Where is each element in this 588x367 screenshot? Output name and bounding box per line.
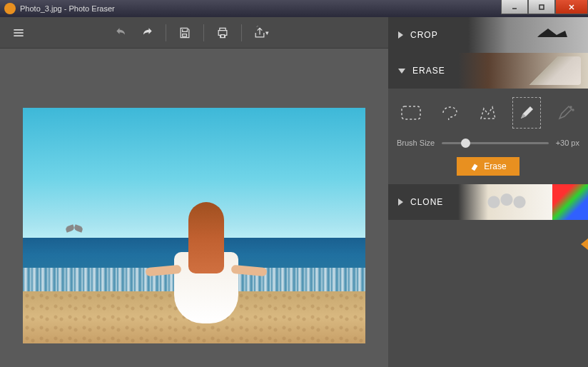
svg-rect-1 (539, 5, 544, 9)
window-title: Photo_3.jpg - Photo Eraser (20, 4, 115, 13)
panel-erase-label: ERASE (412, 66, 445, 76)
lasso-select-tool[interactable] (435, 97, 464, 129)
side-panel: CROP ERASE (388, 17, 588, 367)
erase-button-label: Erase (484, 161, 506, 171)
slider-thumb[interactable] (461, 139, 470, 148)
main-area: ▾ (0, 17, 388, 367)
undo-button[interactable] (111, 23, 131, 43)
svg-point-9 (572, 109, 574, 111)
brush-size-label: Brush Size (397, 139, 435, 147)
tool-row (397, 97, 579, 129)
brush-tool[interactable] (512, 97, 541, 129)
brush-size-slider[interactable] (442, 142, 548, 144)
eraser-icon (470, 161, 480, 171)
expand-tab[interactable] (581, 238, 588, 250)
photo-canvas[interactable] (23, 108, 365, 343)
save-button[interactable] (175, 23, 195, 43)
toolbar: ▾ (0, 17, 388, 49)
canvas-area[interactable] (0, 49, 388, 367)
brush-size-row: Brush Size +30 px (397, 139, 579, 147)
share-button[interactable]: ▾ (250, 23, 270, 43)
redo-button[interactable] (137, 23, 157, 43)
menu-button[interactable] (9, 23, 29, 43)
close-button[interactable] (555, 0, 588, 14)
svg-rect-7 (402, 106, 420, 119)
panel-crop-header[interactable]: CROP (388, 17, 588, 53)
rectangle-select-tool[interactable] (397, 97, 425, 129)
panel-crop-label: CROP (410, 30, 438, 40)
svg-point-8 (570, 106, 572, 108)
window-controls (501, 0, 588, 14)
polygon-select-tool[interactable] (474, 97, 502, 129)
chevron-down-icon (398, 69, 405, 74)
erase-button[interactable]: Erase (457, 157, 519, 176)
maximize-button[interactable] (528, 0, 555, 14)
app-icon (4, 3, 16, 14)
minimize-button[interactable] (501, 0, 528, 14)
print-button[interactable] (213, 23, 233, 43)
panel-erase-header[interactable]: ERASE (388, 53, 588, 89)
panel-clone-label: CLONE (410, 197, 443, 207)
titlebar: Photo_3.jpg - Photo Eraser (0, 0, 588, 17)
brush-size-value: +30 px (556, 139, 579, 147)
chevron-right-icon (398, 31, 403, 39)
panel-clone-header[interactable]: CLONE (388, 184, 588, 220)
panel-erase-body: Brush Size +30 px Erase (388, 89, 588, 184)
chevron-right-icon (398, 198, 403, 206)
magic-eraser-tool[interactable] (551, 97, 579, 129)
